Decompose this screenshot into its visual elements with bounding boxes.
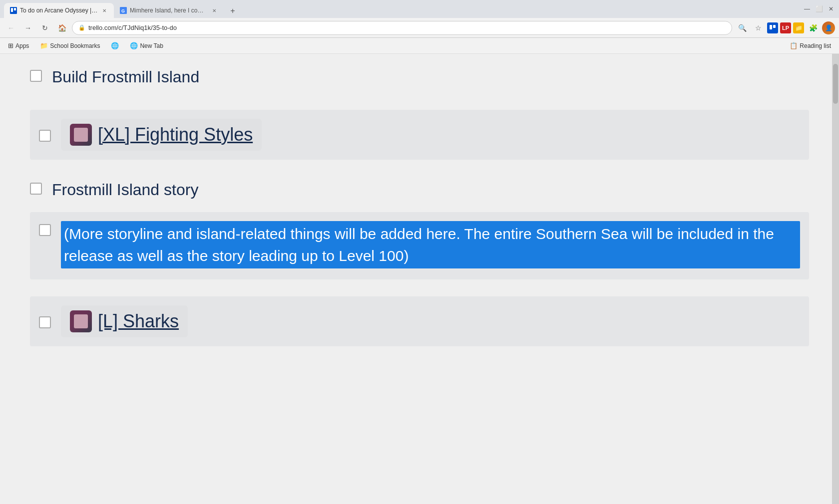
bookmark-globe1[interactable]: 🌐 — [107, 40, 123, 51]
new-tab-button[interactable]: + — [226, 4, 240, 18]
item-3-text: Frostmill Island story — [52, 181, 198, 199]
tab-bar: To do on Arcane Odyssey | Trello ✕ G Mim… — [4, 0, 795, 18]
checkbox-2[interactable] — [39, 130, 51, 142]
tab2-title: Mimhere Island, here I come - G... — [130, 7, 208, 14]
title-bar: To do on Arcane Odyssey | Trello ✕ G Mim… — [0, 0, 839, 18]
home-button[interactable]: 🏠 — [55, 21, 69, 35]
bookmark-newtab-label: New Tab — [140, 42, 163, 49]
reading-list-icon: 📋 — [790, 42, 798, 49]
svg-rect-2 — [14, 8, 16, 10]
close-button[interactable]: ✕ — [827, 5, 835, 13]
item-2-content: [XL] Fighting Styles — [61, 119, 800, 151]
reading-list-button[interactable]: 📋 Reading list — [786, 40, 835, 51]
tab1-close-button[interactable]: ✕ — [101, 6, 108, 14]
checkbox-1[interactable] — [30, 70, 42, 82]
item-1-text: Build Frostmill Island — [52, 68, 199, 86]
tab-favicon-trello — [10, 7, 17, 14]
item-1-content: Build Frostmill Island — [52, 67, 809, 88]
svg-rect-7 — [773, 25, 776, 28]
checklist-item-3: Frostmill Island story — [30, 175, 809, 211]
trello-checklist-page: Build Frostmill Island [XL] Fighting Sty… — [0, 54, 839, 504]
svg-rect-1 — [11, 8, 13, 12]
item-2-text: [XL] Fighting Styles — [98, 124, 253, 145]
bookmark-apps-label: Apps — [15, 42, 29, 49]
fighting-styles-link-icon — [70, 124, 92, 146]
item-4-content: (More storyline and island-related thing… — [61, 221, 800, 268]
globe2-icon: 🌐 — [130, 42, 138, 49]
tab-google[interactable]: G Mimhere Island, here I come - G... ✕ — [114, 3, 224, 18]
bookmark-school[interactable]: 📁 School Bookmarks — [36, 40, 104, 51]
window-controls: — ⬜ ✕ — [803, 5, 835, 13]
bookmark-school-label: School Bookmarks — [50, 42, 100, 49]
tab-trello[interactable]: To do on Arcane Odyssey | Trello ✕ — [4, 3, 114, 18]
forward-button[interactable]: → — [21, 21, 35, 35]
checklist-item-1: Build Frostmill Island — [30, 62, 809, 98]
nav-icons-right: 🔍 ☆ LP 📁 🧩 👤 — [735, 21, 835, 35]
security-lock-icon: 🔒 — [78, 24, 85, 31]
checkbox-5[interactable] — [39, 316, 51, 328]
tab-favicon-google: G — [120, 7, 127, 14]
checklist-item-2: [XL] Fighting Styles — [30, 110, 809, 160]
scrollbar-thumb[interactable] — [833, 64, 838, 104]
checkbox-4[interactable] — [39, 224, 51, 236]
svg-text:G: G — [121, 8, 125, 13]
address-text: trello.com/c/TJdNiq1k/35-to-do — [88, 24, 726, 31]
apps-grid-icon: ⊞ — [8, 42, 13, 49]
trello-extension-icon[interactable] — [767, 22, 778, 33]
school-folder-icon: 📁 — [40, 42, 48, 49]
search-icon[interactable]: 🔍 — [735, 21, 749, 35]
checklist-item-5: [L] Sharks — [30, 296, 809, 346]
item-5-link[interactable]: [L] Sharks — [61, 305, 188, 337]
extensions-puzzle-icon[interactable]: 🧩 — [806, 21, 820, 35]
item-5-content: [L] Sharks — [61, 305, 800, 337]
page-content: Build Frostmill Island [XL] Fighting Sty… — [0, 54, 839, 504]
minimize-button[interactable]: — — [803, 5, 811, 13]
scrollbar-track[interactable] — [832, 54, 839, 504]
bookmark-newtab[interactable]: 🌐 New Tab — [126, 40, 167, 51]
back-button[interactable]: ← — [4, 21, 18, 35]
item-2-link[interactable]: [XL] Fighting Styles — [61, 119, 262, 151]
reload-button[interactable]: ↻ — [38, 21, 52, 35]
highlighted-paragraph: (More storyline and island-related thing… — [61, 221, 800, 268]
reading-list-label: Reading list — [800, 42, 831, 49]
tab2-close-button[interactable]: ✕ — [211, 6, 218, 14]
globe1-icon: 🌐 — [111, 42, 119, 49]
item-4-text: (More storyline and island-related thing… — [64, 226, 774, 264]
sharks-link-icon — [70, 310, 92, 332]
tab1-title: To do on Arcane Odyssey | Trello — [20, 7, 98, 14]
bookmarks-bar: ⊞ Apps 📁 School Bookmarks 🌐 🌐 New Tab 📋 … — [0, 38, 839, 54]
browser-frame: To do on Arcane Odyssey | Trello ✕ G Mim… — [0, 0, 839, 504]
bookmark-star-icon[interactable]: ☆ — [751, 21, 765, 35]
checkbox-3[interactable] — [30, 183, 42, 195]
item-3-content: Frostmill Island story — [52, 180, 809, 201]
user-avatar[interactable]: 👤 — [822, 21, 835, 34]
item-5-text: [L] Sharks — [98, 311, 179, 332]
address-bar[interactable]: 🔒 trello.com/c/TJdNiq1k/35-to-do — [72, 21, 732, 35]
maximize-button[interactable]: ⬜ — [815, 5, 823, 13]
lastpass-extension-icon[interactable]: LP — [780, 22, 791, 33]
nav-bar: ← → ↻ 🏠 🔒 trello.com/c/TJdNiq1k/35-to-do… — [0, 18, 839, 38]
svg-rect-6 — [770, 25, 772, 29]
bookmark-apps[interactable]: ⊞ Apps — [4, 40, 33, 51]
checklist-item-4: (More storyline and island-related thing… — [30, 212, 809, 279]
folder-extension-icon[interactable]: 📁 — [793, 22, 804, 33]
